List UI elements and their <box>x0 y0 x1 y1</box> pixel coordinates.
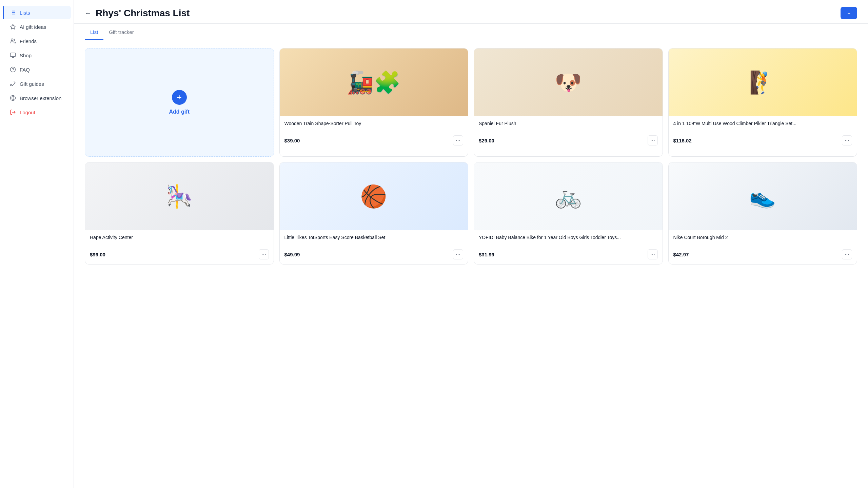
sparkle-icon <box>9 23 16 30</box>
gift-menu-pikler[interactable]: ⋯ <box>842 135 852 145</box>
gift-image-basketball: 🏀 <box>280 162 468 230</box>
gift-title-bike: YOFIDI Baby Balance Bike for 1 Year Old … <box>479 234 658 247</box>
gift-card-bike[interactable]: 🚲 YOFIDI Baby Balance Bike for 1 Year Ol… <box>474 162 663 265</box>
gift-title-basketball: Little Tikes TotSports Easy Score Basket… <box>284 234 463 247</box>
gift-menu-hape[interactable]: ⋯ <box>259 249 269 259</box>
tab-bar: List Gift tracker <box>74 25 868 40</box>
gift-price-shoes: $42.97 <box>673 252 689 257</box>
gift-menu-bike[interactable]: ⋯ <box>648 249 658 259</box>
svg-point-7 <box>11 39 13 41</box>
gift-title-shoes: Nike Court Borough Mid 2 <box>673 234 852 247</box>
gift-card-basketball[interactable]: 🏀 Little Tikes TotSports Easy Score Bask… <box>279 162 469 265</box>
gift-card-wooden-train[interactable]: 🚂🧩 Wooden Train Shape-Sorter Pull Toy $3… <box>279 48 469 157</box>
gift-card-pikler[interactable]: 🧗 4 in 1 109"W Multi Use Wood Climber Pi… <box>668 48 857 157</box>
sidebar-item-label: Friends <box>20 38 37 44</box>
sidebar-item-browser-extension[interactable]: Browser extension <box>3 91 71 105</box>
list-icon <box>9 9 16 16</box>
sidebar-item-label: Browser extension <box>20 95 61 101</box>
gift-price-pikler: $116.02 <box>673 138 692 143</box>
sidebar-item-label: FAQ <box>20 67 30 73</box>
gift-image-wooden-train: 🚂🧩 <box>280 48 468 116</box>
gift-menu-wooden-train[interactable]: ⋯ <box>453 135 463 145</box>
main-content: ← Rhys' Christmas List + List Gift track… <box>74 0 868 488</box>
share-button[interactable]: + <box>841 7 857 19</box>
gift-card-shoes[interactable]: 👟 Nike Court Borough Mid 2 $42.97 ⋯ <box>668 162 857 265</box>
page-header: ← Rhys' Christmas List + <box>74 0 868 24</box>
sidebar-item-label: Logout <box>20 110 35 115</box>
gift-image-bike: 🚲 <box>474 162 663 230</box>
gift-title-hape: Hape Activity Center <box>90 234 269 247</box>
faq-icon <box>9 66 16 73</box>
svg-marker-6 <box>11 24 16 29</box>
gift-price-bike: $31.99 <box>479 252 494 257</box>
sidebar: Lists AI gift ideas Friends Shop FAQ Gif… <box>0 0 74 488</box>
sidebar-item-friends[interactable]: Friends <box>3 34 71 48</box>
gift-card-spaniel-plush[interactable]: 🐶 Spaniel Fur Plush $29.00 ⋯ <box>474 48 663 157</box>
gift-menu-spaniel-plush[interactable]: ⋯ <box>648 135 658 145</box>
sidebar-item-label: Shop <box>20 53 32 58</box>
svg-rect-8 <box>11 53 16 57</box>
friends-icon <box>9 38 16 44</box>
gift-title-pikler: 4 in 1 109"W Multi Use Wood Climber Pikl… <box>673 120 852 133</box>
browser-icon <box>9 95 16 101</box>
sidebar-item-label: Lists <box>20 10 30 16</box>
add-gift-plus-icon: + <box>172 90 187 105</box>
tab-list[interactable]: List <box>85 25 103 40</box>
shop-icon <box>9 52 16 59</box>
add-gift-label: Add gift <box>169 109 190 115</box>
logout-icon <box>9 109 16 116</box>
gift-image-pikler: 🧗 <box>669 48 857 116</box>
gift-price-hape: $99.00 <box>90 252 105 257</box>
gift-price-spaniel-plush: $29.00 <box>479 138 494 143</box>
gift-card-hape[interactable]: 🎠 Hape Activity Center $99.00 ⋯ <box>85 162 274 265</box>
gift-price-wooden-train: $39.00 <box>284 138 300 143</box>
sidebar-item-faq[interactable]: FAQ <box>3 63 71 76</box>
page-title: Rhys' Christmas List <box>96 8 190 19</box>
gift-grid: + Add gift 🚂🧩 Wooden Train Shape-Sorter … <box>74 40 868 273</box>
gift-image-hape: 🎠 <box>85 162 274 230</box>
gift-menu-shoes[interactable]: ⋯ <box>842 249 852 259</box>
sidebar-item-shop[interactable]: Shop <box>3 48 71 62</box>
gift-image-spaniel-plush: 🐶 <box>474 48 663 116</box>
sidebar-item-lists[interactable]: Lists <box>3 6 71 19</box>
gift-title-wooden-train: Wooden Train Shape-Sorter Pull Toy <box>284 120 463 133</box>
tab-gift-tracker[interactable]: Gift tracker <box>103 25 139 40</box>
sidebar-item-ai-gift-ideas[interactable]: AI gift ideas <box>3 20 71 34</box>
sidebar-item-label: AI gift ideas <box>20 24 46 30</box>
sidebar-item-label: Gift guides <box>20 81 44 87</box>
gift-image-shoes: 👟 <box>669 162 857 230</box>
add-gift-card[interactable]: + Add gift <box>85 48 274 157</box>
sidebar-item-gift-guides[interactable]: Gift guides <box>3 77 71 91</box>
gift-title-spaniel-plush: Spaniel Fur Plush <box>479 120 658 133</box>
sidebar-item-logout[interactable]: Logout <box>3 105 71 119</box>
gift-price-basketball: $49.99 <box>284 252 300 257</box>
back-button[interactable]: ← <box>85 9 92 17</box>
gift-menu-basketball[interactable]: ⋯ <box>453 249 463 259</box>
gift-guides-icon <box>9 80 16 87</box>
header-left: ← Rhys' Christmas List <box>85 8 190 19</box>
